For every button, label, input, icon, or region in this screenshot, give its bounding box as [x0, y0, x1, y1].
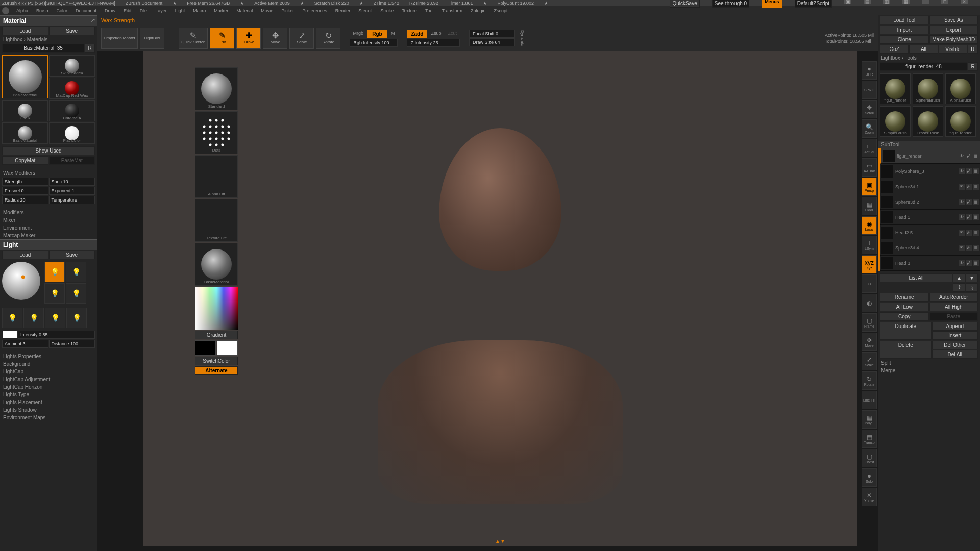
visibility-icon[interactable]: 👁 [959, 199, 965, 205]
split-header[interactable]: Split [878, 359, 980, 367]
menu-edit[interactable]: Edit [119, 8, 136, 13]
alpha-off-tile[interactable]: Alpha Off [195, 155, 238, 198]
wax-modifiers-header[interactable]: Wax Modifiers [0, 169, 97, 177]
minimize-icon[interactable]: _ [922, 0, 929, 4]
load-tool-button[interactable]: Load Tool [880, 16, 929, 24]
subtool-row[interactable]: Head2 5👁🖌▦ [880, 225, 980, 240]
viewport-rotate-button[interactable]: ↻Rotate [862, 371, 877, 390]
zcut-button[interactable]: Zcut [445, 30, 460, 38]
viewport-move-button[interactable]: ✥Move [862, 333, 877, 351]
menu-zscript[interactable]: Zscript [490, 8, 512, 13]
modifiers-header[interactable]: Modifiers [0, 209, 97, 216]
polyframe-icon[interactable]: ▦ [973, 184, 979, 190]
material-swatch-flat[interactable]: Flat Color [49, 122, 95, 144]
secondary-color-swatch[interactable] [195, 340, 216, 356]
menu-material[interactable]: Material [232, 8, 257, 13]
visibility-icon[interactable]: 👁 [959, 168, 965, 174]
paint-icon[interactable]: 🖌 [966, 184, 972, 190]
menus-toggle[interactable]: Menus [762, 0, 782, 8]
export-button[interactable]: Export [929, 26, 978, 34]
close-icon[interactable]: ✕ [961, 0, 968, 4]
viewport-line-fill-button[interactable]: Line Fill [862, 391, 877, 409]
polyframe-icon[interactable]: ▦ [973, 153, 979, 159]
wax-exponent-slider[interactable]: Exponent 1 [49, 187, 95, 195]
goz-all-button[interactable]: All [909, 45, 938, 54]
material-swatch-basic[interactable]: BasicMaterial [2, 55, 48, 98]
save-tool-button[interactable]: Save As [929, 16, 978, 24]
paint-icon[interactable]: 🖌 [966, 260, 972, 266]
paint-icon[interactable]: 🖌 [966, 168, 972, 174]
save-material-button[interactable]: Save [49, 27, 95, 35]
save-light-button[interactable]: Save [49, 251, 95, 259]
menu-zplugin[interactable]: Zplugin [467, 8, 490, 13]
window-btn-icon[interactable]: ▣ [844, 0, 851, 4]
rotate-mode-button[interactable]: ↻Rotate [316, 28, 340, 49]
polyframe-icon[interactable]: ▦ [973, 214, 979, 220]
make-polymesh-button[interactable]: Make PolyMesh3D [929, 35, 978, 44]
primary-color-swatch[interactable] [217, 340, 238, 356]
polyframe-icon[interactable]: ▦ [973, 245, 979, 251]
visibility-icon[interactable]: 👁 [959, 260, 965, 266]
lightcap-horizon-header[interactable]: LightCap Horizon [0, 383, 97, 391]
window-btn-icon[interactable]: ▥ [883, 0, 890, 4]
light-intensity-slider[interactable]: Intensity 0.85 [18, 331, 95, 339]
visibility-icon[interactable]: 👁 [959, 153, 965, 159]
menu-draw[interactable]: Draw [101, 8, 119, 13]
quick-sketch-button[interactable]: ✎Quick Sketch [179, 28, 208, 49]
tool-alphabrush-tile[interactable]: AlphaBrush [945, 73, 976, 104]
menu-layer[interactable]: Layer [151, 8, 171, 13]
menu-render[interactable]: Render [331, 8, 355, 13]
material-section-title[interactable]: Material ↗ [0, 15, 97, 26]
polyframe-icon[interactable]: ▦ [973, 199, 979, 205]
stroke-dots-tile[interactable]: Dots [195, 111, 238, 154]
draw-size-slider[interactable]: Draw Size 64 [469, 38, 515, 46]
matcap-maker-header[interactable]: Matcap Maker [0, 232, 97, 239]
environment-header[interactable]: Environment [0, 224, 97, 232]
light-8-toggle[interactable]: 💡 [66, 308, 87, 328]
light-4-toggle[interactable]: 💡 [66, 283, 86, 304]
arrow-up-icon[interactable]: ▲ [953, 273, 965, 282]
visibility-icon[interactable]: 👁 [959, 184, 965, 190]
paint-icon[interactable]: 🖌 [966, 199, 972, 205]
menu-macro[interactable]: Macro [189, 8, 210, 13]
polyframe-icon[interactable]: ▦ [973, 168, 979, 174]
brush-standard-tile[interactable]: Standard [195, 67, 238, 110]
viewport-canvas[interactable]: ▲▼ [143, 51, 857, 546]
wax-strength-slider[interactable]: Strength [2, 178, 48, 186]
merge-header[interactable]: Merge [878, 367, 980, 374]
viewport-persp-button[interactable]: ▣Persp [862, 178, 877, 196]
z-intensity-slider[interactable]: Z Intensity 25 [407, 39, 460, 47]
paint-icon[interactable]: 🖌 [966, 153, 972, 159]
alternate-button[interactable]: Alternate [195, 366, 238, 375]
move-up-icon[interactable]: ⤴ [953, 283, 965, 292]
viewport-local-button[interactable]: ◉Local [862, 216, 877, 235]
material-swatch-redwax[interactable]: MatCap Red Wax [49, 78, 95, 99]
pastemat-button[interactable]: PasteMat [49, 156, 95, 165]
menu-marker[interactable]: Marker [210, 8, 232, 13]
visibility-icon[interactable]: 👁 [959, 214, 965, 220]
menu-document[interactable]: Document [71, 8, 101, 13]
rename-button[interactable]: Rename [880, 293, 929, 302]
lightcap-adjustment-header[interactable]: LightCap Adjustment [0, 375, 97, 383]
visibility-icon[interactable]: 👁 [959, 230, 965, 236]
default-zscript[interactable]: DefaultZScript [795, 0, 832, 8]
subtool-header[interactable]: SubTool [878, 141, 980, 148]
current-tool-field[interactable]: figur_render_48 [880, 62, 967, 71]
r-button[interactable]: R [968, 45, 978, 54]
menu-brush[interactable]: Brush [32, 8, 53, 13]
viewport-actual-button[interactable]: □Actual [862, 139, 877, 157]
lightcap-header[interactable]: LightCap [0, 368, 97, 375]
menu-picker[interactable]: Picker [277, 8, 298, 13]
tool-figur_render-tile[interactable]: figur_render [945, 106, 976, 137]
window-btn-icon[interactable]: ▤ [864, 0, 871, 4]
paint-icon[interactable]: 🖌 [966, 230, 972, 236]
viewport-polyf-button[interactable]: ▦PolyF [862, 410, 877, 429]
subtool-row[interactable]: figur_render👁🖌▦ [880, 148, 980, 164]
menu-transform[interactable]: Transform [437, 8, 467, 13]
menu-color[interactable]: Color [53, 8, 72, 13]
light-2-toggle[interactable]: 💡 [66, 262, 86, 282]
light-direction-sphere[interactable] [2, 262, 40, 300]
lightbox-tools-link[interactable]: Lightbox › Tools [878, 54, 980, 62]
menu-tool[interactable]: Tool [421, 8, 438, 13]
viewport-○-button[interactable]: ○ [862, 274, 877, 293]
